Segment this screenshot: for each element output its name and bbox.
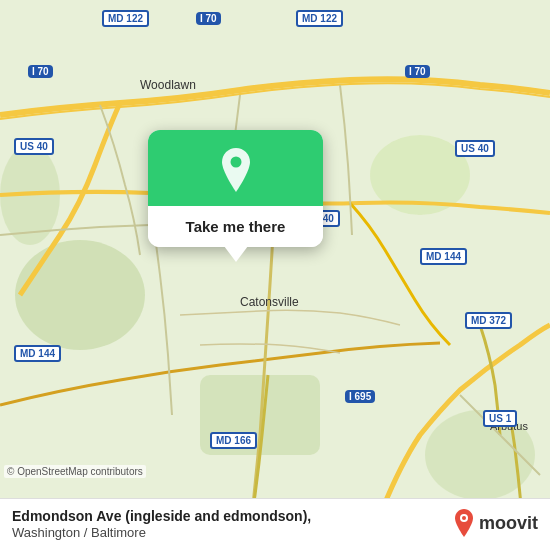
us40-badge-left: US 40 xyxy=(14,138,54,155)
moovit-logo: moovit xyxy=(453,509,538,537)
i695-badge: I 695 xyxy=(345,390,375,403)
location-region: Washington / Baltimore xyxy=(12,525,443,540)
i70-badge-top: I 70 xyxy=(196,12,221,25)
svg-point-6 xyxy=(230,157,241,168)
moovit-text: moovit xyxy=(479,513,538,534)
popup-box: Take me there xyxy=(148,130,323,247)
popup-tail xyxy=(224,246,248,262)
md166-badge: MD 166 xyxy=(210,432,257,449)
popup-header xyxy=(148,130,323,206)
md372-badge: MD 372 xyxy=(465,312,512,329)
i70-badge-right: I 70 xyxy=(405,65,430,78)
svg-point-1 xyxy=(15,240,145,350)
us40-badge-right: US 40 xyxy=(455,140,495,157)
us1-badge: US 1 xyxy=(483,410,517,427)
location-name: Edmondson Ave (ingleside and edmondson), xyxy=(12,507,443,525)
md122-badge-left: MD 122 xyxy=(102,10,149,27)
location-popup: Take me there xyxy=(148,130,323,262)
md144-badge-right: MD 144 xyxy=(420,248,467,265)
take-me-there-button[interactable]: Take me there xyxy=(148,206,323,247)
i70-badge-left: I 70 xyxy=(28,65,53,78)
md122-badge-right: MD 122 xyxy=(296,10,343,27)
location-pin-icon xyxy=(218,148,254,192)
map-container: Woodlawn Catonsville Arbutus I 70 I 70 I… xyxy=(0,0,550,550)
attribution-text: © OpenStreetMap contributors xyxy=(4,465,146,478)
info-bar: Edmondson Ave (ingleside and edmondson),… xyxy=(0,498,550,550)
moovit-pin-icon xyxy=(453,509,475,537)
svg-point-8 xyxy=(462,516,466,520)
md144-badge-left: MD 144 xyxy=(14,345,61,362)
info-text: Edmondson Ave (ingleside and edmondson),… xyxy=(12,507,443,540)
